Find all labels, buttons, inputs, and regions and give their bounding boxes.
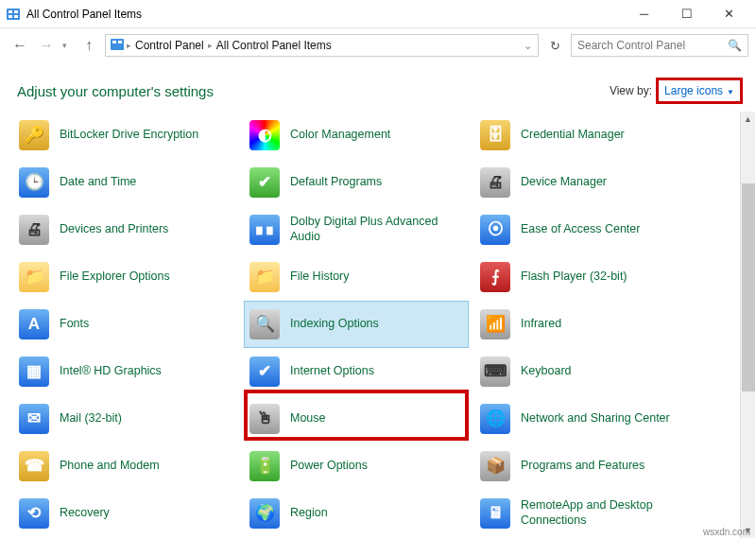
cp-item-default-programs[interactable]: ✔Default Programs bbox=[244, 159, 469, 206]
forward-button[interactable]: → bbox=[36, 35, 57, 56]
item-label: Power Options bbox=[290, 459, 368, 474]
item-icon: 🔍 bbox=[249, 308, 281, 340]
viewby-highlight: Large icons▼ bbox=[656, 78, 743, 104]
svg-rect-6 bbox=[112, 41, 116, 43]
viewby-dropdown[interactable]: Large icons▼ bbox=[664, 84, 734, 97]
cp-item-phone-and-modem[interactable]: ☎Phone and Modem bbox=[13, 443, 238, 490]
item-label: RemoteApp and Desktop Connections bbox=[521, 498, 681, 528]
cp-item-intel-hd-graphics[interactable]: ▦Intel® HD Graphics bbox=[13, 348, 238, 395]
cp-item-color-management[interactable]: ◐Color Management bbox=[244, 112, 469, 159]
chevron-down-icon: ▼ bbox=[727, 88, 734, 96]
cp-item-devices-and-printers[interactable]: 🖨Devices and Printers bbox=[13, 206, 238, 253]
search-placeholder: Search Control Panel bbox=[577, 39, 685, 52]
cp-item-flash-player-32-bit[interactable]: ⨍Flash Player (32-bit) bbox=[474, 253, 699, 301]
item-label: File Explorer Options bbox=[60, 270, 170, 285]
cp-item-infrared[interactable]: 📶Infrared bbox=[474, 301, 699, 348]
item-icon: 🖨 bbox=[479, 166, 511, 199]
cp-item-programs-and-features[interactable]: 📦Programs and Features bbox=[474, 443, 699, 490]
item-label: Recovery bbox=[60, 506, 110, 521]
breadcrumb-root[interactable]: Control Panel bbox=[135, 39, 204, 52]
up-button[interactable]: ↑ bbox=[78, 35, 99, 56]
item-icon: ✔ bbox=[249, 166, 281, 199]
svg-rect-3 bbox=[9, 15, 12, 18]
viewby-label: View by: bbox=[610, 84, 652, 97]
cp-item-internet-options[interactable]: ✔Internet Options bbox=[244, 348, 469, 395]
close-button[interactable]: ✕ bbox=[708, 1, 750, 27]
cp-item-ease-of-access-center[interactable]: ⦿Ease of Access Center bbox=[474, 206, 699, 253]
cp-item-fonts[interactable]: AFonts bbox=[13, 301, 238, 348]
svg-rect-0 bbox=[7, 9, 20, 20]
item-icon: 📶 bbox=[479, 308, 511, 340]
item-icon: ✔ bbox=[249, 356, 281, 388]
header-row: Adjust your computer's settings View by:… bbox=[0, 62, 756, 112]
cp-item-file-explorer-options[interactable]: 📁File Explorer Options bbox=[13, 253, 238, 301]
svg-rect-4 bbox=[14, 15, 18, 18]
cp-item-indexing-options[interactable]: 🔍Indexing Options bbox=[244, 301, 469, 348]
scroll-up-icon[interactable]: ▲ bbox=[741, 112, 755, 127]
cp-item-device-manager[interactable]: 🖨Device Manager bbox=[474, 159, 699, 206]
item-icon: ◐ bbox=[249, 119, 281, 151]
item-icon: 🌐 bbox=[479, 403, 511, 435]
item-label: Keyboard bbox=[521, 364, 572, 379]
svg-rect-7 bbox=[118, 41, 122, 43]
control-panel-icon bbox=[110, 37, 125, 55]
cp-item-mail-32-bit[interactable]: ✉Mail (32-bit) bbox=[13, 395, 238, 443]
scroll-thumb[interactable] bbox=[742, 183, 755, 391]
items-grid: 🔑BitLocker Drive Encryption◐Color Manage… bbox=[13, 112, 745, 539]
breadcrumb-sep-icon[interactable]: ▸ bbox=[127, 41, 131, 50]
item-icon: ☎ bbox=[18, 450, 50, 482]
svg-rect-1 bbox=[9, 10, 12, 13]
breadcrumb-sep-icon[interactable]: ▸ bbox=[208, 41, 213, 50]
nav-bar: ← → ▾ ↑ ▸ Control Panel ▸ All Control Pa… bbox=[0, 28, 756, 62]
item-icon: ∎∎ bbox=[249, 214, 281, 246]
cp-item-power-options[interactable]: 🔋Power Options bbox=[244, 443, 469, 490]
item-label: Fonts bbox=[60, 317, 89, 332]
cp-item-credential-manager[interactable]: 🗄Credential Manager bbox=[474, 112, 699, 159]
item-icon: 🔋 bbox=[249, 450, 281, 482]
item-label: Device Manager bbox=[521, 175, 607, 190]
cp-item-mouse[interactable]: 🖱Mouse bbox=[244, 395, 469, 443]
cp-item-network-and-sharing-center[interactable]: 🌐Network and Sharing Center bbox=[474, 395, 699, 443]
back-button[interactable]: ← bbox=[9, 35, 30, 56]
search-input[interactable]: Search Control Panel 🔍 bbox=[571, 34, 748, 57]
item-label: Infrared bbox=[521, 317, 561, 332]
item-icon: 🌍 bbox=[249, 497, 281, 530]
cp-item-dolby-digital-plus-advanced-audio[interactable]: ∎∎Dolby Digital Plus Advanced Audio bbox=[244, 206, 469, 253]
item-icon: 🕒 bbox=[18, 166, 50, 199]
item-label: Devices and Printers bbox=[60, 222, 168, 237]
scrollbar[interactable]: ▲ ▼ bbox=[740, 112, 755, 538]
item-icon: 📦 bbox=[479, 450, 511, 482]
item-label: Programs and Features bbox=[521, 459, 644, 474]
breadcrumb-current[interactable]: All Control Panel Items bbox=[216, 39, 332, 52]
item-label: Mail (32-bit) bbox=[60, 411, 122, 426]
item-label: Region bbox=[290, 506, 328, 521]
history-dropdown-icon[interactable]: ▾ bbox=[62, 41, 67, 50]
watermark: wsxdn.com bbox=[703, 527, 750, 537]
viewby-value: Large icons bbox=[664, 84, 723, 97]
cp-item-file-history[interactable]: 📁File History bbox=[244, 253, 469, 301]
refresh-button[interactable]: ↻ bbox=[544, 35, 565, 56]
cp-item-remoteapp-and-desktop-connections[interactable]: 🖥RemoteApp and Desktop Connections bbox=[474, 490, 699, 537]
maximize-button[interactable]: ☐ bbox=[665, 1, 708, 27]
item-label: Date and Time bbox=[60, 175, 136, 190]
cp-item-region[interactable]: 🌍Region bbox=[244, 490, 469, 537]
item-icon: ⟲ bbox=[18, 497, 50, 530]
item-icon: 📁 bbox=[249, 261, 281, 293]
cp-item-keyboard[interactable]: ⌨Keyboard bbox=[474, 348, 699, 395]
svg-rect-5 bbox=[111, 39, 124, 50]
minimize-button[interactable]: ─ bbox=[623, 1, 665, 27]
item-icon: 🖨 bbox=[18, 214, 50, 246]
item-icon: ▦ bbox=[18, 356, 50, 388]
cp-item-bitlocker-drive-encryption[interactable]: 🔑BitLocker Drive Encryption bbox=[13, 112, 238, 159]
item-icon: 🔑 bbox=[18, 119, 50, 151]
cp-item-date-and-time[interactable]: 🕒Date and Time bbox=[13, 159, 238, 206]
item-icon: 📁 bbox=[18, 261, 50, 293]
search-icon: 🔍 bbox=[728, 39, 742, 52]
address-dropdown-icon[interactable]: ⌄ bbox=[524, 40, 532, 52]
cp-item-recovery[interactable]: ⟲Recovery bbox=[13, 490, 238, 537]
item-icon: A bbox=[18, 308, 50, 340]
address-bar[interactable]: ▸ Control Panel ▸ All Control Panel Item… bbox=[105, 34, 539, 57]
item-label: File History bbox=[290, 270, 350, 285]
item-icon: 🗄 bbox=[479, 119, 511, 151]
item-label: Ease of Access Center bbox=[521, 222, 640, 237]
